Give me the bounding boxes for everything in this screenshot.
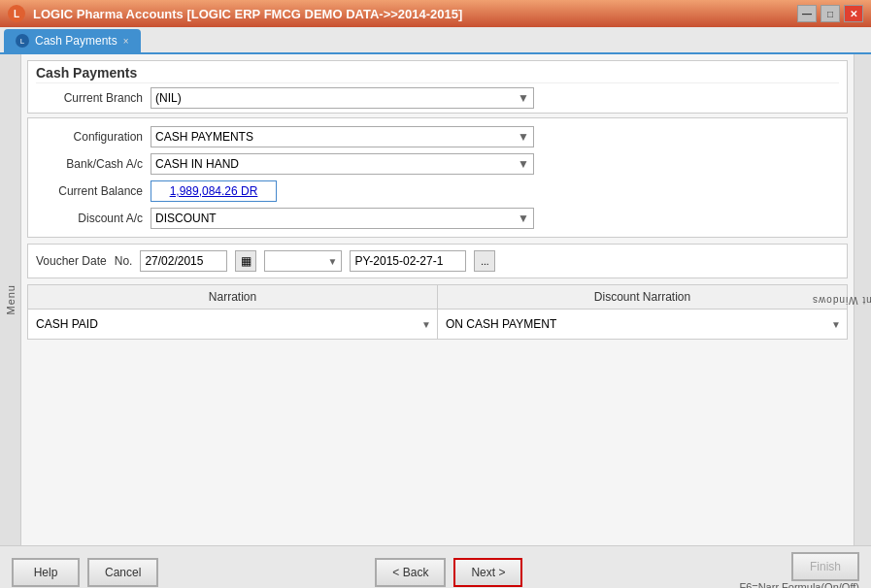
voucher-num-arrow: ▼ <box>328 256 338 267</box>
bank-cash-row: Bank/Cash A/c CASH IN HAND ▼ <box>36 153 839 175</box>
maximize-button[interactable]: □ <box>821 5 840 22</box>
narration-row-1: CASH PAID ▼ ON CASH PAYMENT ▼ <box>28 310 847 339</box>
configuration-row: Configuration CASH PAYMENTS ▼ <box>36 126 839 147</box>
cancel-button[interactable]: Cancel <box>87 558 158 587</box>
right-sidebar-label: Document Windows <box>812 294 871 305</box>
voucher-date-value: 27/02/2015 <box>145 254 203 268</box>
footer-inner: Help Cancel < Back Next > Finish F6=Narr… <box>0 546 871 588</box>
voucher-id-value: PY-2015-02-27-1 <box>354 254 443 268</box>
footer-left-buttons: Help Cancel <box>12 558 158 587</box>
narration-cell-1-inner[interactable]: CASH PAID ▼ <box>28 310 437 339</box>
voucher-no-label: No. <box>115 254 133 268</box>
tab-cash-payments[interactable]: L Cash Payments × <box>4 29 141 52</box>
discount-ac-row: Discount A/c DISCOUNT ▼ <box>36 208 839 229</box>
narration-select-1[interactable]: CASH PAID <box>32 311 433 337</box>
app-logo: L <box>8 5 25 22</box>
sidebar-menu-label: Menu <box>5 284 17 315</box>
voucher-date-label: Voucher Date <box>36 254 107 268</box>
narration-col2-header: Discount Narration <box>438 285 847 309</box>
content-area: Cash Payments Current Branch (NIL) ▼ Con… <box>21 54 854 545</box>
back-button[interactable]: < Back <box>375 558 446 587</box>
finish-button[interactable]: Finish <box>791 552 859 581</box>
branch-dropdown[interactable]: (NIL) ▼ <box>151 87 534 109</box>
bank-cash-select[interactable]: CASH IN HAND <box>155 157 529 171</box>
title-controls[interactable]: — □ ✕ <box>797 5 863 22</box>
title-bar-left: L LOGIC Pharma Accounts [LOGIC ERP FMCG … <box>8 5 462 22</box>
browse-icon: ... <box>481 256 488 267</box>
footer-center-buttons: < Back Next > <box>375 558 522 587</box>
narration-cell-2-inner[interactable]: ON CASH PAYMENT ▼ <box>438 310 847 339</box>
narration-header: Narration Discount Narration <box>28 285 847 310</box>
current-balance-label: Current Balance <box>36 184 143 198</box>
configuration-label: Configuration <box>36 130 143 144</box>
tab-logo: L <box>16 34 29 48</box>
minimize-button[interactable]: — <box>797 5 817 22</box>
current-balance-value: 1,989,084.26 DR <box>155 184 272 198</box>
tab-close-icon[interactable]: × <box>123 36 129 47</box>
branch-select[interactable]: (NIL) <box>155 91 529 105</box>
calendar-button[interactable]: ▦ <box>235 250 256 272</box>
configuration-dropdown[interactable]: CASH PAYMENTS ▼ <box>151 126 534 147</box>
browse-button[interactable]: ... <box>474 250 495 272</box>
discount-ac-select[interactable]: DISCOUNT <box>155 212 529 225</box>
title-bar: L LOGIC Pharma Accounts [LOGIC ERP FMCG … <box>0 0 871 27</box>
help-button[interactable]: Help <box>12 558 80 587</box>
voucher-id-field[interactable]: PY-2015-02-27-1 <box>350 250 466 272</box>
discount-ac-label: Discount A/c <box>36 212 143 225</box>
narration-cell-1[interactable]: CASH PAID ▼ <box>28 310 438 339</box>
calendar-icon: ▦ <box>241 254 251 268</box>
voucher-section: Voucher Date No. 27/02/2015 ▦ ▼ PY-2015-… <box>27 244 848 278</box>
tab-bar: L Cash Payments × <box>0 27 871 54</box>
section-title: Cash Payments <box>36 65 839 83</box>
current-balance-row: Current Balance 1,989,084.26 DR <box>36 180 839 202</box>
voucher-number-dropdown[interactable]: ▼ <box>264 250 342 272</box>
bank-cash-label: Bank/Cash A/c <box>36 157 143 171</box>
right-sidebar: Document Windows <box>854 54 871 545</box>
configuration-select[interactable]: CASH PAYMENTS <box>155 130 529 144</box>
current-balance-field: 1,989,084.26 DR <box>151 180 277 202</box>
window-title: LOGIC Pharma Accounts [LOGIC ERP FMCG DE… <box>33 7 462 21</box>
bank-cash-dropdown[interactable]: CASH IN HAND ▼ <box>151 153 534 175</box>
voucher-date-field[interactable]: 27/02/2015 <box>140 250 227 272</box>
next-button[interactable]: Next > <box>453 558 522 587</box>
narration-cell-2[interactable]: ON CASH PAYMENT ▼ <box>438 310 847 339</box>
discount-ac-dropdown[interactable]: DISCOUNT ▼ <box>151 208 534 229</box>
close-button[interactable]: ✕ <box>844 5 863 22</box>
narration-select-2[interactable]: ON CASH PAYMENT <box>442 311 843 337</box>
main-layout: Menu Cash Payments Current Branch (NIL) … <box>0 54 871 545</box>
left-sidebar: Menu <box>0 54 21 545</box>
tab-label: Cash Payments <box>35 34 117 48</box>
form-section: Configuration CASH PAYMENTS ▼ Bank/Cash … <box>27 117 848 238</box>
narration-col1-header: Narration <box>28 285 438 309</box>
branch-label: Current Branch <box>36 91 143 105</box>
footer: Help Cancel < Back Next > Finish F6=Narr… <box>0 545 871 588</box>
narration-section: Narration Discount Narration CASH PAID ▼ <box>27 284 848 340</box>
footer-hint: F6=Narr Formula(On/Off) <box>739 581 859 588</box>
